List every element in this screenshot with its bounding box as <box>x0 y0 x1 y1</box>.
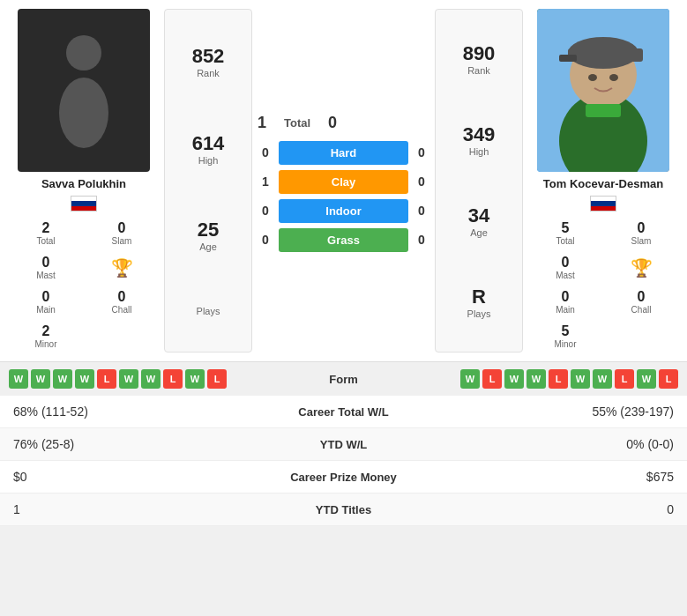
left-mast-cell: 0 Mast <box>9 251 83 284</box>
right-age-block: 34 Age <box>468 204 489 238</box>
career-stats-row: $0 Career Prize Money $675 <box>0 461 687 494</box>
right-plays-block: R Plays <box>467 286 491 319</box>
form-badge-right: W <box>460 369 480 389</box>
stats-right-val: 55% (239-197) <box>432 404 675 419</box>
court-section: 1 Total 0 0 Hard 0 1 Clay 0 <box>258 9 429 353</box>
stats-center-label: YTD W/L <box>256 438 432 451</box>
court-row-clay: 1 Clay 0 <box>258 170 429 194</box>
left-age-block: 25 Age <box>198 219 219 252</box>
svg-point-0 <box>66 35 101 71</box>
left-player-panel: Savva Polukhin 2 Total 0 Slam 0 Mast <box>9 9 159 353</box>
stats-right-val: 0 <box>432 502 675 516</box>
left-rank-block: 852 Rank <box>192 45 225 78</box>
left-chall-cell: 0 Chall <box>85 286 159 318</box>
center-column: 852 Rank 614 High 25 Age Plays <box>164 9 523 353</box>
court-hard-btn: Hard <box>279 141 408 165</box>
career-stats-section: 68% (111-52) Career Total W/L 55% (239-1… <box>0 396 687 526</box>
right-trophy-cell: 🏆 <box>604 251 678 284</box>
stats-right-val: 0% (0-0) <box>432 437 675 451</box>
left-main-cell: 0 Main <box>9 286 83 318</box>
court-clay-btn: Clay <box>279 170 408 194</box>
left-slam-cell: 0 Slam <box>85 217 159 249</box>
left-total-cell: 2 Total <box>9 217 83 249</box>
form-badge-right: W <box>593 369 612 389</box>
form-badge-right: L <box>659 369 678 389</box>
left-trophy-cell: 🏆 <box>85 251 159 284</box>
stats-center-label: Career Total W/L <box>256 405 432 419</box>
court-row-hard: 0 Hard 0 <box>258 141 429 165</box>
svg-rect-6 <box>568 48 643 62</box>
trophy-icon-left: 🏆 <box>111 257 133 278</box>
form-badge-right: W <box>526 369 546 389</box>
left-player-silhouette <box>49 33 119 148</box>
career-stats-row: 68% (111-52) Career Total W/L 55% (239-1… <box>0 396 687 428</box>
left-stats-grid: 2 Total 0 Slam 0 Mast 🏆 0 Main <box>9 217 159 353</box>
form-badge-left: W <box>141 369 161 389</box>
form-label: Form <box>309 373 379 386</box>
form-badge-right: L <box>482 369 502 389</box>
form-section: WWWWLWWLWL Form WLWWLWWLWL <box>0 361 687 396</box>
form-badge-left: L <box>163 369 183 389</box>
left-rank-stats: 852 Rank 614 High 25 Age Plays <box>164 9 252 353</box>
svg-point-8 <box>588 74 597 81</box>
left-player-flag <box>71 196 97 212</box>
stats-right-val: $675 <box>432 470 675 484</box>
court-row-grass: 0 Grass 0 <box>258 228 429 252</box>
right-player-photo <box>537 9 669 172</box>
left-high-block: 614 High <box>192 132 225 166</box>
court-grass-btn: Grass <box>279 228 408 252</box>
right-stats-grid: 5 Total 0 Slam 0 Mast 🏆 0 Main <box>528 217 678 353</box>
form-badges-right: WLWWLWWLWL <box>385 369 679 389</box>
left-player-name: Savva Polukhin <box>41 177 126 190</box>
right-total-cell: 5 Total <box>528 217 602 249</box>
form-badges-left: WWWWLWWLWL <box>9 369 303 389</box>
form-badge-right: W <box>504 369 524 389</box>
right-player-photo-svg <box>537 9 669 172</box>
right-player-flag <box>590 196 616 212</box>
stats-center-label: Career Prize Money <box>256 471 432 484</box>
right-player-panel: Tom Kocevar-Desman 5 Total 0 Slam 0 Mast <box>528 9 678 353</box>
right-mast-cell: 0 Mast <box>528 251 602 284</box>
trophy-icon-right: 🏆 <box>631 257 653 278</box>
svg-rect-7 <box>559 55 577 62</box>
right-player-name: Tom Kocevar-Desman <box>543 177 663 190</box>
svg-point-9 <box>609 74 618 81</box>
stats-left-val: 68% (111-52) <box>13 404 256 419</box>
players-section: Savva Polukhin 2 Total 0 Slam 0 Mast <box>0 0 687 361</box>
right-chall-cell: 0 Chall <box>604 286 678 318</box>
right-rank-block: 890 Rank <box>463 42 496 76</box>
career-stats-row: 1 YTD Titles 0 <box>0 494 687 526</box>
form-badge-left: W <box>53 369 72 389</box>
svg-point-1 <box>59 78 108 148</box>
right-rank-stats: 890 Rank 349 High 34 Age R Plays <box>435 9 523 353</box>
court-row-indoor: 0 Indoor 0 <box>258 199 429 223</box>
stats-left-val: 1 <box>13 502 256 516</box>
total-row: 1 Total 0 <box>258 110 429 136</box>
stats-center-label: YTD Titles <box>256 503 432 516</box>
career-stats-row: 76% (25-8) YTD W/L 0% (0-0) <box>0 428 687 461</box>
left-plays-block: Plays <box>197 306 220 316</box>
form-badge-left: L <box>97 369 116 389</box>
form-badge-right: W <box>637 369 656 389</box>
form-badge-left: W <box>31 369 50 389</box>
form-badge-right: W <box>571 369 590 389</box>
main-container: Savva Polukhin 2 Total 0 Slam 0 Mast <box>0 0 687 526</box>
stats-left-val: 76% (25-8) <box>13 437 256 451</box>
right-slam-cell: 0 Slam <box>604 217 678 249</box>
left-minor-cell: 2 Minor <box>9 320 83 353</box>
left-player-photo <box>18 9 150 172</box>
stats-left-val: $0 <box>13 470 256 484</box>
court-indoor-btn: Indoor <box>279 199 408 223</box>
form-badge-right: L <box>615 369 634 389</box>
form-badge-left: W <box>185 369 205 389</box>
right-high-block: 349 High <box>463 123 496 157</box>
form-badge-left: W <box>119 369 138 389</box>
right-minor-cell: 5 Minor <box>528 320 602 353</box>
form-badge-left: W <box>9 369 28 389</box>
svg-rect-10 <box>586 104 621 117</box>
form-badge-left: W <box>75 369 94 389</box>
form-badge-right: L <box>549 369 568 389</box>
form-badge-left: L <box>207 369 227 389</box>
right-main-cell: 0 Main <box>528 286 602 318</box>
